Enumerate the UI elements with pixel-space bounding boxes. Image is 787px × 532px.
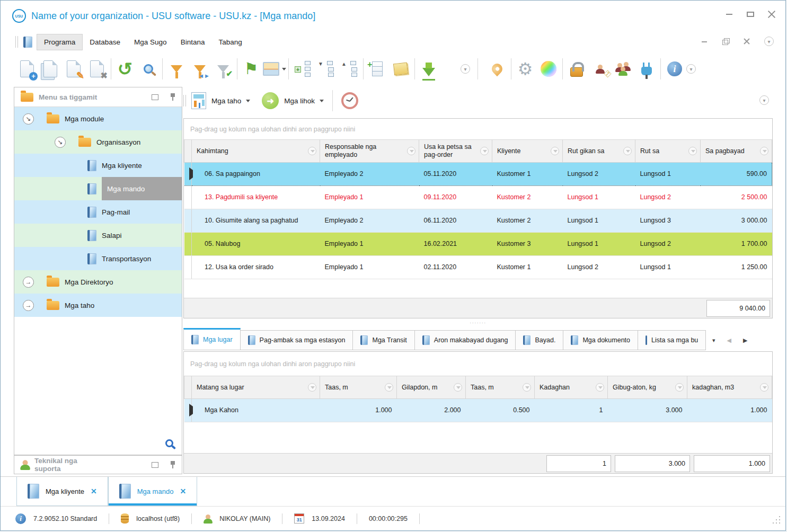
notes-button[interactable] — [389, 57, 412, 81]
lock-button[interactable] — [565, 57, 588, 81]
tab-mga-lugar[interactable]: Mga lugar — [183, 328, 241, 350]
filter-icon[interactable] — [523, 383, 531, 392]
filter-panel-button[interactable]: ◄► — [188, 57, 211, 81]
table-row[interactable]: 12. Usa ka order sirado Empleyado 1 02.1… — [184, 255, 772, 279]
column-header[interactable]: Taas, m — [466, 376, 535, 398]
panel-splitter[interactable]: ······· — [183, 318, 773, 327]
filter-icon[interactable] — [480, 147, 489, 155]
child-minimize-icon[interactable] — [701, 38, 708, 45]
menu-tabang[interactable]: Tabang — [211, 34, 249, 50]
filter-icon[interactable] — [675, 383, 684, 392]
column-header[interactable]: Rut gikan sa — [563, 140, 635, 162]
collapse-arrow-icon[interactable]: ↘ — [23, 113, 34, 125]
column-header[interactable]: Taas, m — [320, 376, 397, 398]
close-icon[interactable] — [767, 10, 776, 19]
column-header[interactable]: Kahimtang — [192, 140, 320, 162]
actionbar-drag-handle[interactable] — [183, 95, 186, 107]
tab-list-dropdown-icon[interactable]: ▾ — [712, 337, 715, 344]
user-key-button[interactable]: ⚿ — [588, 57, 612, 81]
close-tab-icon[interactable]: ✕ — [91, 487, 97, 495]
tree-item-mga-taho[interactable]: → Mga taho — [14, 294, 182, 317]
menu-programa[interactable]: Programa — [37, 34, 83, 50]
table-row[interactable]: Mga Kahon 1.000 2.000 0.500 1 3.000 1.00… — [184, 398, 772, 422]
flag-button[interactable]: ⚑ — [240, 57, 263, 81]
tree-item-mga-mando[interactable]: Mga mando — [14, 177, 182, 200]
filter-button[interactable] — [165, 57, 188, 81]
tab-aron-makabayad[interactable]: Aron makabayad dugang — [415, 330, 516, 350]
new-record-button[interactable]: + — [15, 57, 39, 81]
filter-apply-button[interactable]: ✔ — [211, 57, 235, 81]
tab-scroll-left-icon[interactable]: ◀ — [727, 337, 731, 344]
edit-record-button[interactable]: ✎ — [62, 57, 85, 81]
filter-icon[interactable] — [308, 147, 316, 155]
filter-icon[interactable] — [596, 383, 604, 392]
actionbar-overflow-icon[interactable]: ▾ — [759, 95, 769, 105]
collapse-arrow-icon[interactable]: ↘ — [55, 137, 66, 148]
child-restore-icon[interactable] — [722, 38, 729, 45]
menu-mga-sugo[interactable]: Mga Sugo — [127, 34, 174, 50]
column-header[interactable]: Usa ka petsa sa pag-order — [419, 140, 492, 162]
tree-item-organisasyon[interactable]: ↘ Organisasyon — [14, 130, 182, 154]
column-header[interactable]: Kadaghan — [535, 376, 608, 398]
tab-mga-transit[interactable]: Mga Transit — [353, 330, 414, 350]
tab-bayad[interactable]: Bayad. — [516, 330, 563, 350]
table-row[interactable]: 06. Sa pagpaingon Empleyado 2 05.11.2020… — [184, 162, 772, 185]
tree-add-button[interactable]: + — [291, 57, 314, 81]
sidebar-restore-icon[interactable] — [152, 94, 158, 100]
column-header[interactable]: Rut sa — [635, 140, 701, 162]
resize-grip[interactable] — [771, 514, 780, 524]
group-by-drop-zone[interactable]: Pag-drag ug kolum nga ulohan dinhi aron … — [184, 119, 772, 140]
expand-arrow-icon[interactable]: → — [23, 300, 34, 311]
menu-database[interactable]: Database — [83, 34, 127, 50]
tree-expand-button[interactable]: ▲ — [338, 57, 361, 81]
tab-pag-ambak[interactable]: Pag-ambak sa mga estasyon — [241, 330, 353, 350]
actions-dropdown[interactable]: ➜ Mga lihok — [250, 92, 324, 109]
location-pin-button[interactable] — [485, 57, 509, 81]
tree-item-pag-mail[interactable]: Pag-mail — [14, 200, 182, 224]
filter-icon[interactable] — [454, 383, 462, 392]
reports-dropdown[interactable]: Mga taho — [191, 92, 250, 109]
export-download-button[interactable] — [417, 57, 440, 81]
delete-record-button[interactable]: ✖ — [85, 57, 109, 81]
table-row[interactable]: 13. Pagdumili sa kliyente Empleyado 1 09… — [184, 185, 772, 209]
tree-search-icon[interactable] — [165, 439, 173, 447]
color-palette-button[interactable] — [537, 57, 560, 81]
column-header[interactable]: Sa pagbayad — [701, 140, 772, 162]
column-header[interactable]: Gilapdon, m — [397, 376, 466, 398]
expand-arrow-icon[interactable]: → — [23, 277, 34, 288]
copy-record-button[interactable] — [39, 57, 62, 81]
filter-icon[interactable] — [760, 147, 768, 155]
image-button[interactable] — [263, 57, 286, 81]
filter-icon[interactable] — [407, 147, 415, 155]
users-group-button[interactable] — [612, 57, 635, 81]
sidebar-pin-icon[interactable] — [170, 93, 175, 101]
settings-gear-button[interactable]: ⚙ — [514, 57, 537, 81]
filter-icon[interactable] — [551, 147, 559, 155]
column-header[interactable]: Kliyente — [492, 140, 563, 162]
tree-item-mga-module[interactable]: ↘ Mga module — [14, 107, 182, 130]
menubar-overflow-icon[interactable]: ▾ — [764, 37, 774, 46]
search-button[interactable] — [137, 57, 160, 81]
filter-icon[interactable] — [385, 383, 393, 392]
filter-icon[interactable] — [308, 383, 316, 392]
toolbar-overflow-icon-2[interactable]: ▾ — [686, 64, 696, 74]
refresh-button[interactable]: ↺ — [113, 57, 137, 81]
group-by-drop-zone[interactable]: Pag-drag ug kolum nga ulohan dinhi aron … — [184, 352, 772, 376]
toolbar-overflow-icon-1[interactable]: ▾ — [461, 64, 470, 74]
tree-item-salapi[interactable]: Salapi — [14, 224, 182, 247]
column-header[interactable]: Responsable nga empleyado — [320, 140, 419, 162]
column-header[interactable]: Gibug-aton, kg — [608, 376, 687, 398]
info-button[interactable]: i — [663, 57, 686, 81]
tree-item-mga-kliyente[interactable]: Mga kliyente — [14, 154, 182, 177]
menu-bintana[interactable]: Bintana — [174, 34, 212, 50]
support-pin-icon[interactable] — [170, 461, 175, 468]
support-restore-icon[interactable] — [152, 462, 158, 468]
tab-mga-dokumento[interactable]: Mga dokumento — [563, 330, 638, 350]
support-panel-header[interactable]: Teknikal nga suporta — [14, 455, 182, 474]
toolbar-drag-handle[interactable] — [15, 36, 18, 48]
close-tab-icon[interactable]: ✕ — [180, 487, 186, 495]
column-header[interactable]: kadaghan, m3 — [687, 376, 772, 398]
tab-scroll-right-icon[interactable]: ▶ — [743, 337, 747, 344]
column-header[interactable]: Matang sa lugar — [192, 376, 320, 398]
filter-icon[interactable] — [760, 383, 768, 392]
